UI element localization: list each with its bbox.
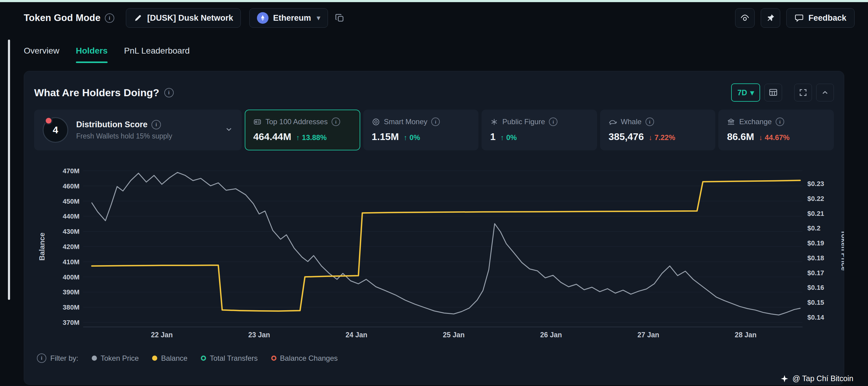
- notification-dot: [44, 116, 53, 125]
- timeframe-dropdown[interactable]: 7D ▾: [731, 83, 760, 102]
- series-token-price: [92, 172, 800, 315]
- distribution-score-card[interactable]: 4 Distribution Score i Fresh Wallets hol…: [34, 110, 242, 150]
- stat-card-public-figure[interactable]: Public Figure i 1 ↑0%: [482, 110, 597, 150]
- legend-token-price[interactable]: Token Price: [92, 354, 139, 362]
- chain-selector-button[interactable]: Ethereum ▾: [249, 8, 328, 28]
- svg-text:410M: 410M: [63, 258, 80, 266]
- legend-balance[interactable]: Balance: [152, 354, 187, 362]
- feedback-button[interactable]: Feedback: [786, 8, 855, 28]
- addresses-icon: [253, 118, 261, 126]
- calendar-button[interactable]: [764, 84, 782, 101]
- stat-change: 44.67%: [765, 133, 789, 142]
- sparkle-icon: [780, 375, 789, 383]
- svg-text:$0.17: $0.17: [807, 269, 824, 277]
- svg-text:$0.21: $0.21: [807, 210, 824, 217]
- stat-label: Top 100 Addresses: [266, 117, 328, 126]
- svg-text:380M: 380M: [63, 304, 80, 311]
- public-figure-icon: [490, 118, 498, 126]
- copy-icon[interactable]: [335, 13, 345, 23]
- watermark-text: @ Tap Chí Bitcoin: [793, 374, 854, 383]
- stat-card-whale[interactable]: Whale i 385,476 ↓7.22%: [600, 110, 716, 150]
- holder-stats-row: 4 Distribution Score i Fresh Wallets hol…: [34, 110, 834, 150]
- stat-card-top-100-addresses[interactable]: Top 100 Addresses i 464.44M ↑13.88%: [245, 110, 360, 150]
- stat-change: 0%: [506, 133, 517, 142]
- svg-text:$0.19: $0.19: [807, 239, 824, 247]
- info-icon[interactable]: i: [164, 88, 174, 97]
- legend-label: Token Price: [100, 354, 139, 362]
- chart-filter-row: i Filter by: Token Price Balance Total T…: [37, 353, 834, 363]
- chevron-down-icon[interactable]: [225, 125, 233, 135]
- pin-button[interactable]: [761, 8, 780, 28]
- right-axis-title: Token Price: [840, 230, 844, 271]
- holders-chart[interactable]: 470M460M450M440M430M420M410M400M390M380M…: [24, 162, 844, 344]
- distribution-score-subtitle: Fresh Wallets hold 15% supply: [76, 132, 172, 140]
- scrollbar-thumb[interactable]: [8, 40, 10, 300]
- svg-text:$0.14: $0.14: [807, 314, 825, 321]
- info-icon[interactable]: i: [37, 353, 46, 363]
- info-icon[interactable]: i: [105, 13, 114, 23]
- stat-value: 86.6M: [727, 131, 754, 142]
- stat-card-exchange[interactable]: Exchange i 86.6M ↓44.67%: [718, 110, 834, 150]
- info-icon[interactable]: i: [646, 117, 654, 126]
- svg-text:22 Jan: 22 Jan: [151, 331, 173, 339]
- stat-change: 7.22%: [654, 133, 675, 142]
- stat-label: Whale: [621, 117, 642, 126]
- info-icon[interactable]: i: [431, 117, 440, 126]
- holders-panel: What Are Holders Doing? i 7D ▾: [24, 71, 844, 385]
- stat-label: Public Figure: [502, 117, 545, 126]
- token-selector-button[interactable]: [DUSK] Dusk Network: [126, 8, 241, 28]
- svg-text:28 Jan: 28 Jan: [735, 331, 757, 339]
- info-icon[interactable]: i: [332, 117, 340, 126]
- pencil-icon: [133, 13, 143, 23]
- up-arrow-icon: ↑: [296, 133, 300, 142]
- whale-icon: [609, 118, 617, 126]
- svg-text:430M: 430M: [63, 228, 80, 235]
- fullscreen-button[interactable]: [794, 84, 812, 101]
- legend-balance-changes[interactable]: Balance Changes: [271, 354, 338, 362]
- pin-icon: [766, 13, 775, 23]
- svg-text:$0.2: $0.2: [807, 224, 820, 232]
- stat-card-smart-money[interactable]: Smart Money i 1.15M ↑0%: [363, 110, 479, 150]
- distribution-score-badge: 4: [43, 117, 68, 143]
- panel-title: What Are Holders Doing? i: [34, 87, 174, 99]
- info-icon[interactable]: i: [549, 117, 557, 126]
- stat-change: 13.88%: [302, 133, 327, 142]
- info-icon[interactable]: i: [776, 117, 784, 126]
- distribution-score-value: 4: [53, 125, 58, 136]
- svg-text:$0.22: $0.22: [807, 195, 824, 203]
- svg-text:23 Jan: 23 Jan: [248, 331, 270, 339]
- svg-text:$0.23: $0.23: [807, 180, 824, 187]
- legend-total-transfers[interactable]: Total Transfers: [201, 354, 257, 362]
- svg-text:25 Jan: 25 Jan: [443, 331, 465, 339]
- tab-pnl-leaderboard[interactable]: PnL Leaderboard: [124, 46, 190, 63]
- stat-label: Smart Money: [384, 117, 428, 126]
- top-accent-strip: [0, 0, 868, 2]
- distribution-score-label: Distribution Score: [76, 120, 148, 129]
- calendar-grid-icon: [769, 88, 778, 97]
- tab-holders[interactable]: Holders: [76, 46, 107, 63]
- series-balance: [92, 180, 800, 311]
- stat-value: 1.15M: [372, 131, 399, 142]
- left-axis-ticks: 470M460M450M440M430M420M410M400M390M380M…: [63, 167, 80, 326]
- filter-by-label: Filter by:: [50, 354, 78, 362]
- left-axis-title: Balance: [38, 233, 46, 260]
- panel-header: What Are Holders Doing? i 7D ▾: [24, 71, 844, 102]
- svg-text:24 Jan: 24 Jan: [346, 331, 368, 339]
- svg-text:390M: 390M: [63, 288, 80, 296]
- page-title: Token God Mode i: [24, 12, 114, 24]
- balance-changes-ring-icon: [271, 356, 276, 361]
- tab-bar: Overview Holders PnL Leaderboard: [0, 34, 868, 63]
- smart-money-icon: [372, 118, 380, 126]
- collapse-button[interactable]: [816, 84, 834, 101]
- holders-chart-svg[interactable]: 470M460M450M440M430M420M410M400M390M380M…: [24, 162, 844, 344]
- stat-change: 0%: [410, 133, 420, 142]
- info-icon[interactable]: i: [152, 120, 161, 129]
- svg-text:$0.15: $0.15: [807, 299, 824, 306]
- x-axis-ticks: 22 Jan23 Jan24 Jan25 Jan26 Jan27 Jan28 J…: [151, 331, 756, 339]
- svg-text:$0.18: $0.18: [807, 254, 824, 262]
- watch-mode-button[interactable]: [735, 8, 755, 28]
- svg-text:370M: 370M: [63, 319, 80, 326]
- down-arrow-icon: ↓: [759, 133, 763, 142]
- tab-overview[interactable]: Overview: [24, 46, 59, 63]
- svg-text:450M: 450M: [63, 198, 80, 205]
